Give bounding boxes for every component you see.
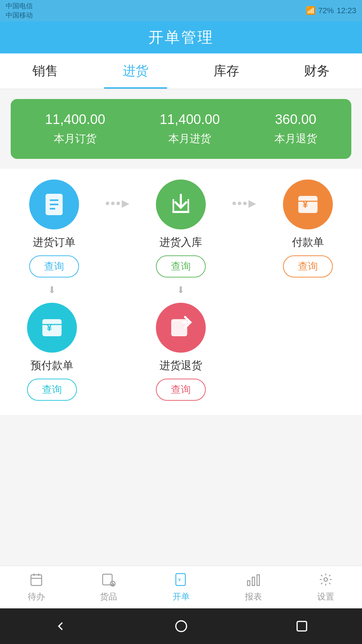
payment-query-btn[interactable]: 查询 (283, 255, 333, 277)
page-title: 开单管理 (148, 27, 214, 47)
svg-rect-23 (252, 577, 255, 585)
nav-order-label: 开单 (173, 591, 190, 602)
system-nav-bar (0, 608, 362, 644)
nav-todo[interactable]: 待办 (0, 572, 72, 602)
settings-icon (319, 572, 333, 589)
purchase-order-icon[interactable] (29, 180, 79, 229)
svg-text:¥: ¥ (178, 577, 181, 582)
todo-icon (29, 572, 43, 589)
payment-label: 付款单 (292, 235, 324, 250)
nav-goods[interactable]: 货品 (72, 572, 145, 602)
svg-rect-24 (257, 575, 259, 585)
nav-settings-label: 设置 (317, 591, 334, 602)
purchase-return-col: 进货退货 查询 (145, 303, 216, 401)
tab-finance[interactable]: 财务 (272, 53, 362, 89)
svg-rect-22 (247, 581, 250, 585)
prepayment-query-btn[interactable]: 查询 (27, 379, 77, 401)
payment-icon[interactable]: ¥ (283, 180, 333, 229)
tab-sales[interactable]: 销售 (0, 53, 90, 89)
svg-rect-27 (297, 622, 306, 631)
carrier2: 中国移动 (6, 11, 33, 20)
nav-report[interactable]: 报表 (217, 572, 289, 602)
back-button[interactable] (50, 616, 71, 637)
report-icon (246, 572, 261, 589)
prepayment-label: 预付款单 (31, 358, 73, 373)
purchase-return-label: 进货退货 (159, 358, 202, 373)
purchase-order-label: 进货订单 (33, 235, 75, 250)
svg-rect-12 (31, 575, 42, 585)
nav-order[interactable]: ¥ 开单 (145, 572, 217, 602)
purchase-return-query-btn[interactable]: 查询 (156, 379, 206, 401)
carrier-info: 中国电信 中国移动 (6, 1, 33, 20)
bottom-nav: 待办 货品 ¥ 开单 报表 (0, 566, 362, 608)
purchase-in-icon[interactable] (156, 180, 206, 229)
purchase-in-query-btn[interactable]: 查询 (156, 255, 206, 277)
prepayment-icon[interactable]: ¥ (27, 303, 77, 353)
stat-order-value: 11,400.00 (45, 112, 105, 127)
wifi-icon: 📶 (306, 6, 315, 15)
stat-monthly-purchase: 11,400.00 本月进货 (159, 112, 220, 146)
svg-point-25 (324, 578, 327, 581)
purchase-in-col: 进货入库 查询 (145, 180, 216, 277)
stat-return-label: 本月退货 (274, 131, 317, 146)
recents-button[interactable] (291, 616, 313, 637)
purchase-order-col: 进货订单 查询 (19, 180, 90, 277)
status-right: 📶 72% 12:23 (306, 6, 356, 15)
tab-purchase[interactable]: 进货 (90, 53, 181, 89)
tab-inventory[interactable]: 库存 (181, 53, 272, 89)
svg-point-26 (176, 621, 187, 632)
nav-settings[interactable]: 设置 (290, 572, 362, 602)
app-header: 开单管理 (0, 21, 362, 53)
stat-order-label: 本月订货 (54, 131, 96, 146)
svg-point-17 (110, 581, 115, 586)
goods-icon (101, 572, 116, 589)
nav-goods-label: 货品 (100, 591, 117, 602)
stat-return-value: 360.00 (275, 112, 316, 127)
stat-purchase-label: 本月进货 (168, 131, 211, 146)
prepayment-col: ¥ 预付款单 查询 (16, 303, 88, 401)
status-bar: 中国电信 中国移动 📶 72% 12:23 (0, 0, 362, 21)
stat-monthly-return: 360.00 本月退货 (274, 112, 317, 146)
tab-bar: 销售 进货 库存 财务 (0, 53, 362, 89)
purchase-return-icon[interactable] (156, 303, 206, 353)
payment-col: ¥ 付款单 查询 (272, 180, 343, 277)
stats-card: 11,400.00 本月订货 11,400.00 本月进货 360.00 本月退… (11, 99, 351, 159)
purchase-in-label: 进货入库 (159, 235, 202, 250)
nav-report-label: 报表 (245, 591, 262, 602)
order-icon: ¥ (174, 572, 188, 589)
stat-monthly-order: 11,400.00 本月订货 (45, 112, 105, 146)
time-display: 12:23 (337, 6, 356, 15)
purchase-order-query-btn[interactable]: 查询 (29, 255, 79, 277)
battery-text: 72% (318, 6, 334, 15)
stat-purchase-value: 11,400.00 (159, 112, 220, 127)
carrier1: 中国电信 (6, 1, 33, 11)
nav-todo-label: 待办 (28, 591, 45, 602)
home-button[interactable] (170, 616, 192, 637)
